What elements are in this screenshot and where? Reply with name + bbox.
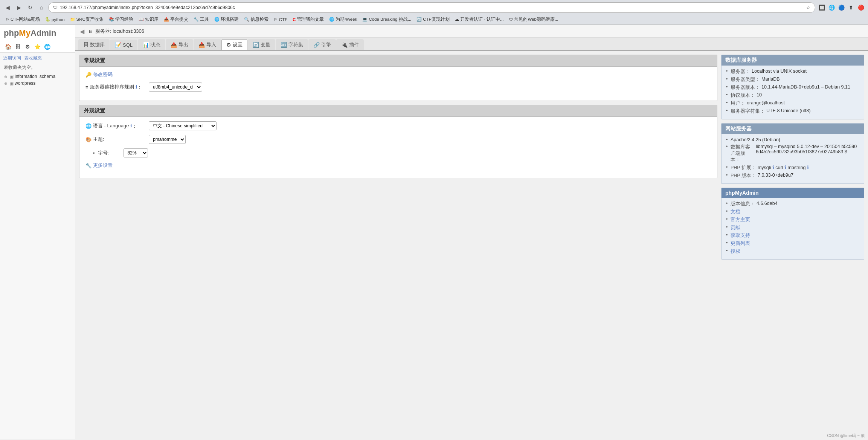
theme-select[interactable]: pmahommeoriginalmetro bbox=[149, 135, 186, 144]
collation-info-icon[interactable]: ℹ bbox=[136, 84, 137, 90]
web-bullet-3: • bbox=[726, 173, 729, 178]
pma-docs-link[interactable]: 文档 bbox=[731, 209, 740, 215]
pma-docs-item: • 文档 bbox=[726, 209, 859, 215]
bookmark-src[interactable]: 📁 SRC资产收集 bbox=[68, 16, 106, 23]
theme-label: 🎨 主题: bbox=[85, 136, 146, 143]
bookmark-tools[interactable]: 🔧 工具 bbox=[191, 16, 211, 23]
tab-database[interactable]: 🗄 数据库 bbox=[78, 39, 110, 50]
database-sidebar-icon[interactable]: 🗄 bbox=[14, 43, 22, 51]
bookmark-icon-info: 🔍 bbox=[244, 17, 249, 22]
bookmark-knowledge[interactable]: 📖 知识库 bbox=[136, 16, 161, 23]
extension-icon-1[interactable]: 🔲 bbox=[818, 3, 826, 12]
tab-plugins[interactable]: 🔌 插件 bbox=[336, 39, 364, 50]
tab-charset[interactable]: 🔤 字符集 bbox=[276, 39, 308, 50]
extension-icon-5[interactable]: 🔴 bbox=[857, 3, 865, 12]
tab-variables[interactable]: 🔄 变量 bbox=[248, 39, 275, 50]
tab-status[interactable]: 📊 状态 bbox=[138, 39, 165, 50]
bookmark-icon-dev: ☁ bbox=[455, 17, 459, 22]
pma-license-link[interactable]: 授权 bbox=[731, 248, 740, 255]
bookmark-submit[interactable]: 📤 平台提交 bbox=[162, 16, 191, 23]
plus-sidebar-icon[interactable]: 🌐 bbox=[43, 43, 51, 51]
language-info-icon[interactable]: ℹ bbox=[130, 123, 132, 128]
phpmyadmin-body: • 版本信息： 4.6.6deb4 • 文档 • 官方主页 bbox=[722, 198, 864, 259]
pma-updates-link[interactable]: 更新列表 bbox=[731, 240, 750, 247]
reload-button[interactable]: ↻ bbox=[26, 3, 35, 12]
logo-admin: Admin bbox=[31, 28, 56, 38]
db-server-header: 数据库服务器 bbox=[722, 55, 864, 66]
tab-variables-icon: 🔄 bbox=[253, 42, 259, 48]
language-select[interactable]: 中文 - Chinese simplifiedEnglish日本語 bbox=[149, 121, 217, 130]
collation-select[interactable]: utf8mb4_unicode_ciutf8_general_cilatin1_… bbox=[149, 82, 202, 92]
home-sidebar-icon[interactable]: 🏠 bbox=[4, 43, 12, 51]
pma-support-item: • 获取支持 bbox=[726, 232, 859, 239]
bookmark-web[interactable]: 🛡 常见的Web源码泄露... bbox=[506, 16, 560, 23]
db-server-item-0: • 服务器： Localhost via UNIX socket bbox=[726, 69, 859, 75]
star-sidebar-icon[interactable]: ⭐ bbox=[33, 43, 41, 51]
pma-support-link[interactable]: 获取支持 bbox=[731, 232, 750, 239]
change-password-link[interactable]: 🔑 修改密码 bbox=[85, 71, 113, 78]
tree-item-wordpress[interactable]: ⊕ ▣ wordpress bbox=[2, 80, 73, 87]
tree-item-information-schema[interactable]: ⊕ ▣ information_schema bbox=[2, 73, 73, 80]
bookmark-ctfreview[interactable]: 🔄 CTF复现计划 bbox=[414, 16, 452, 23]
language-icon: 🌐 bbox=[85, 123, 92, 129]
recent-link[interactable]: 近期访问 bbox=[3, 55, 21, 61]
back-button[interactable]: ◀ bbox=[3, 3, 12, 12]
mysqli-info-icon[interactable]: ℹ bbox=[772, 165, 774, 170]
bookmark-python[interactable]: 🐍 python bbox=[43, 16, 67, 23]
pma-homepage-link[interactable]: 官方主页 bbox=[731, 217, 750, 223]
tab-export[interactable]: 📤 导出 bbox=[166, 39, 193, 50]
tab-import[interactable]: 📥 导入 bbox=[194, 39, 221, 50]
extension-icon-2[interactable]: 🌐 bbox=[827, 3, 836, 12]
general-settings-body: 🔑 修改密码 ≡ 服务器连接排序规则 ℹ: utf8mb4_unicode_ci… bbox=[79, 67, 717, 101]
bookmarks-link[interactable]: 表收藏夹 bbox=[24, 55, 42, 61]
fontsize-label: 字号: bbox=[98, 150, 121, 156]
bookmark-info[interactable]: 🔍 信息检索 bbox=[242, 16, 271, 23]
tab-engine[interactable]: 🔗 引擎 bbox=[308, 39, 336, 50]
tab-database-icon: 🗄 bbox=[83, 42, 88, 48]
forward-button[interactable]: ▶ bbox=[14, 3, 23, 12]
extension-icon-4[interactable]: ⬆ bbox=[847, 3, 855, 12]
collation-label: ≡ 服务器连接排序规则 ℹ: bbox=[85, 84, 146, 90]
bullet-3: • bbox=[726, 92, 729, 98]
logo-php: php bbox=[4, 28, 19, 38]
home-button[interactable]: ⌂ bbox=[37, 3, 46, 12]
key-icon: 🔑 bbox=[85, 72, 92, 78]
mbstring-info-icon[interactable]: ℹ bbox=[807, 165, 809, 170]
tab-settings-icon: ⚙ bbox=[226, 42, 231, 48]
web-server-item-2: • PHP 扩展： mysqli ℹ curl ℹ mbstring ℹ bbox=[726, 165, 859, 171]
pma-bullet-license: • bbox=[726, 248, 729, 254]
extension-icon-3[interactable]: 🔵 bbox=[837, 3, 845, 12]
sidebar-collapse-button[interactable]: ◀ bbox=[78, 28, 86, 35]
settings-sidebar-icon[interactable]: ⚙ bbox=[23, 43, 32, 51]
bookmark-dev[interactable]: ☁ 开发者认证 - 认证中... bbox=[453, 16, 506, 23]
bookmark-env[interactable]: 🌐 环境搭建 bbox=[212, 16, 241, 23]
phpmyadmin-panel: phpMyAdmin • 版本信息： 4.6.6deb4 • 文档 • bbox=[721, 188, 864, 260]
bookmark-ctf2[interactable]: 🏳 CTF bbox=[272, 17, 290, 23]
bookmark-4week[interactable]: 🌐 为期4week bbox=[327, 16, 359, 23]
address-bar[interactable]: 🛡 192.168.47.177/phpmyadmin/index.php?to… bbox=[48, 2, 815, 13]
bullet-0: • bbox=[726, 69, 729, 74]
web-bullet-1: • bbox=[726, 144, 729, 149]
theme-row: 🎨 主题: pmahommeoriginalmetro bbox=[85, 135, 711, 144]
bookmark-learning[interactable]: 📚 学习经验 bbox=[107, 16, 136, 23]
tab-settings[interactable]: ⚙ 设置 bbox=[221, 39, 247, 50]
appearance-settings-body: 🌐 语言 - Language ℹ: 中文 - Chinese simplifi… bbox=[79, 117, 717, 178]
curl-info-icon[interactable]: ℹ bbox=[784, 165, 786, 170]
bookmark-icon-src: 📁 bbox=[70, 17, 75, 22]
bookmark-icon-learning: 📚 bbox=[109, 17, 114, 22]
bullet-4: • bbox=[726, 100, 729, 105]
bookmark-manage[interactable]: C 管理我的文章 bbox=[290, 16, 326, 23]
phpmyadmin-header: phpMyAdmin bbox=[722, 188, 864, 198]
pma-contribute-link[interactable]: 贡献 bbox=[731, 225, 740, 231]
bookmark-codebreaking[interactable]: 💻 Code Breaking 挑战... bbox=[360, 16, 413, 23]
tab-bar: 🗄 数据库 📝 SQL 📊 状态 📤 导出 📥 导入 bbox=[75, 38, 868, 51]
tab-sql[interactable]: 📝 SQL bbox=[110, 40, 137, 50]
tree-label-info: information_schema bbox=[15, 74, 55, 79]
fontsize-row: • 字号: 82%100%120% bbox=[85, 148, 711, 157]
bookmark-ctf[interactable]: 🏳 CTF网站&靶场 bbox=[3, 16, 42, 23]
pma-contribute-item: • 贡献 bbox=[726, 225, 859, 231]
more-settings-link[interactable]: 🔧 更多设置 bbox=[85, 162, 113, 169]
fontsize-select[interactable]: 82%100%120% bbox=[124, 148, 148, 157]
bookmark-icon-env: 🌐 bbox=[214, 17, 220, 22]
appearance-settings-header: 外观设置 bbox=[79, 105, 717, 117]
